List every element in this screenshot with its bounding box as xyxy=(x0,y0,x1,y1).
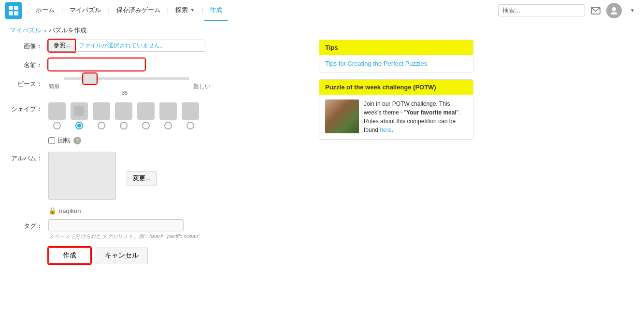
help-icon[interactable]: ? xyxy=(73,137,81,144)
browse-button[interactable]: 参照... xyxy=(48,40,75,52)
svg-point-5 xyxy=(612,7,616,11)
svg-point-9 xyxy=(122,113,125,117)
album-username: naqikun xyxy=(59,207,81,214)
rotation-label: 回転 xyxy=(58,136,71,145)
tips-header: Tips xyxy=(319,40,473,55)
potw-text: Join in our POTW challenge. This week's … xyxy=(364,100,467,134)
shape-heart-icon xyxy=(137,102,155,120)
svg-point-8 xyxy=(122,105,125,109)
shape-radio-6[interactable] xyxy=(164,122,172,129)
shape-col-7 xyxy=(182,102,199,129)
shape-radio-5[interactable] xyxy=(142,122,150,129)
nav-home[interactable]: ホーム xyxy=(30,0,60,21)
breadcrumb-parent-link[interactable]: マイパズル xyxy=(10,26,41,35)
shape-col-6 xyxy=(159,102,177,129)
shape-content xyxy=(48,102,309,129)
main-nav: ホーム | マイパズル | 保存済みゲーム | 探索 ▼ | 作成 xyxy=(30,0,498,21)
logo-icon[interactable] xyxy=(5,2,22,19)
user-menu-chevron-icon[interactable]: ▼ xyxy=(626,4,639,17)
svg-rect-2 xyxy=(9,11,13,15)
pieces-label: ピース： xyxy=(10,77,48,88)
tag-input[interactable] xyxy=(48,219,184,231)
shape-flower-icon xyxy=(115,102,132,120)
name-input[interactable] xyxy=(48,58,145,71)
album-content: 変更... xyxy=(48,152,309,200)
shape-col-5 xyxy=(137,102,155,129)
album-selector-row: 変更... xyxy=(48,152,309,200)
breadcrumb-separator: › xyxy=(44,27,46,34)
shape-col-4 xyxy=(115,102,132,129)
nav-divider-4: | xyxy=(201,7,203,14)
potw-here-link[interactable]: here xyxy=(380,127,391,133)
explore-chevron-icon: ▼ xyxy=(190,7,195,13)
action-buttons: 作成 キャンセル xyxy=(48,247,309,264)
shape-col-3 xyxy=(93,102,110,129)
pieces-hard-label: 難しい xyxy=(193,83,211,91)
svg-rect-1 xyxy=(14,6,18,10)
tips-box: Tips Tips for Creating the Perfect Puzzl… xyxy=(319,40,473,72)
rotation-row: 回転 ? xyxy=(48,136,309,145)
svg-rect-3 xyxy=(14,11,18,15)
nav-divider-2: | xyxy=(108,7,109,14)
form-area: 画像： 参照... ファイルが選択されていません。 名前： ピース： 簡単 xyxy=(10,40,309,264)
album-label: アルバム： xyxy=(10,152,48,163)
shape-radio-4[interactable] xyxy=(120,122,128,129)
name-content xyxy=(48,58,309,71)
shape-col-1 xyxy=(48,102,66,129)
sidebar: Tips Tips for Creating the Perfect Puzzl… xyxy=(319,40,473,264)
tag-content: スペースで分けられたタグのリスト、例：beach "pacific ocean" xyxy=(48,219,309,240)
slider-track[interactable] xyxy=(64,77,189,80)
change-album-button[interactable]: 変更... xyxy=(127,171,157,185)
cancel-button[interactable]: キャンセル xyxy=(96,247,148,264)
svg-rect-4 xyxy=(591,7,600,14)
pieces-easy-label: 簡単 xyxy=(48,83,60,91)
album-preview xyxy=(48,152,116,200)
image-row: 画像： 参照... ファイルが選択されていません。 xyxy=(10,40,309,52)
name-label: 名前： xyxy=(10,58,48,70)
file-input-row: 参照... ファイルが選択されていません。 xyxy=(48,40,309,52)
image-label: 画像： xyxy=(10,40,48,51)
nav-divider-1: | xyxy=(61,7,63,14)
rotation-checkbox[interactable] xyxy=(48,137,55,144)
pieces-row: ピース： 簡単 35 難しい xyxy=(10,77,309,96)
shape-radio-2[interactable] xyxy=(75,122,83,129)
shape-snowflake-icon xyxy=(182,102,199,120)
breadcrumb-current: パズルを作成 xyxy=(49,26,86,35)
header: ホーム | マイパズル | 保存済みゲーム | 探索 ▼ | 作成 xyxy=(0,0,644,21)
nav-mypuzzle[interactable]: マイパズル xyxy=(64,0,107,21)
main-layout: 画像： 参照... ファイルが選択されていません。 名前： ピース： 簡単 xyxy=(0,40,644,274)
lock-icon: 🔒 xyxy=(48,207,57,214)
shape-radio-1[interactable] xyxy=(53,122,61,129)
tag-hint-text: スペースで分けられたタグのリスト、例：beach "pacific ocean" xyxy=(48,233,309,240)
user-avatar[interactable] xyxy=(606,3,622,18)
shape-classic-icon xyxy=(71,102,88,120)
potw-header: Puzzle of the week challenge (POTW) xyxy=(319,80,473,95)
tag-row: タグ： スペースで分けられたタグのリスト、例：beach "pacific oc… xyxy=(10,219,309,240)
mail-icon[interactable] xyxy=(589,4,602,17)
breadcrumb: マイパズル › パズルを作成 xyxy=(0,21,644,40)
pieces-value-text: 35 xyxy=(122,90,128,96)
nav-create[interactable]: 作成 xyxy=(204,0,228,21)
potw-box: Puzzle of the week challenge (POTW) Join… xyxy=(319,79,473,140)
svg-point-7 xyxy=(122,109,126,113)
file-no-selection-text: ファイルが選択されていません。 xyxy=(75,40,205,52)
shape-icons-row xyxy=(48,102,309,129)
svg-point-11 xyxy=(126,110,129,113)
shape-col-2 xyxy=(71,102,88,129)
nav-explore[interactable]: 探索 ▼ xyxy=(170,0,200,21)
nav-saved[interactable]: 保存済みゲーム xyxy=(111,0,166,21)
pieces-slider-row: 簡単 35 難しい xyxy=(48,77,309,96)
album-row: アルバム： 変更... xyxy=(10,152,309,200)
create-button[interactable]: 作成 xyxy=(48,247,91,264)
nav-divider-3: | xyxy=(167,7,169,14)
potw-image xyxy=(325,100,359,133)
search-area: ▼ xyxy=(498,3,639,18)
svg-rect-6 xyxy=(52,106,62,116)
tips-link[interactable]: Tips for Creating the Perfect Puzzles xyxy=(325,60,427,67)
shape-radio-7[interactable] xyxy=(186,122,194,129)
pieces-content: 簡単 35 難しい xyxy=(48,77,309,96)
shape-radio-3[interactable] xyxy=(98,122,105,129)
slider-thumb[interactable] xyxy=(83,73,97,84)
shape-square-icon xyxy=(48,102,66,120)
search-input[interactable] xyxy=(498,4,585,16)
